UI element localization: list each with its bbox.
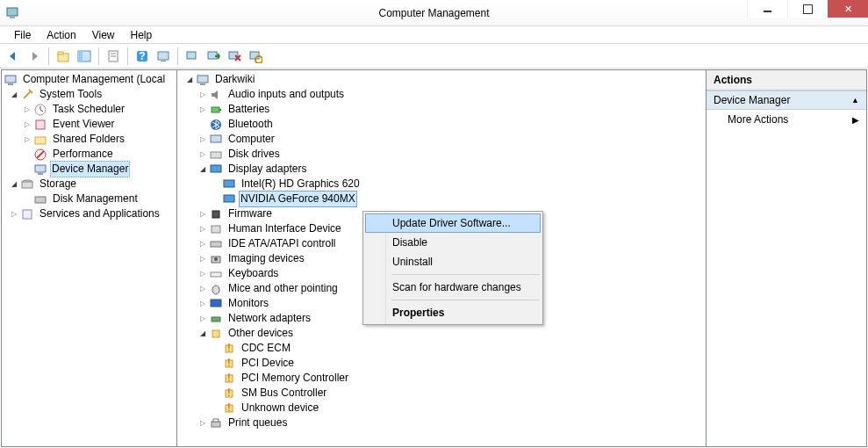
uninstall-button[interactable] — [225, 47, 244, 66]
expand-icon[interactable] — [7, 177, 20, 191]
printer-icon — [209, 416, 223, 430]
maximize-button[interactable] — [787, 0, 828, 18]
tree-device-manager[interactable]: Device Manager — [4, 162, 176, 177]
device-root[interactable]: Darkwiki — [179, 72, 706, 87]
menu-file[interactable]: File — [7, 27, 38, 43]
tree-system-tools[interactable]: System Tools — [4, 87, 176, 102]
expand-icon[interactable] — [196, 267, 209, 280]
tree-services-apps[interactable]: Services and Applications — [4, 206, 176, 221]
ctx-uninstall[interactable]: Uninstall — [365, 252, 541, 271]
ctx-update-driver[interactable]: Update Driver Software... — [365, 213, 541, 233]
ctx-scan[interactable]: Scan for hardware changes — [365, 278, 541, 297]
up-button[interactable] — [54, 47, 73, 66]
tree-task-scheduler[interactable]: Task Scheduler — [4, 102, 176, 117]
expand-icon[interactable] — [20, 103, 33, 116]
device-cdc-ecm[interactable]: !CDC ECM — [179, 341, 706, 356]
unknown-device-icon: ! — [222, 372, 236, 386]
cat-batteries[interactable]: Batteries — [179, 102, 706, 117]
ctx-label: Update Driver Software... — [392, 217, 511, 229]
expand-icon[interactable] — [7, 207, 20, 220]
display-icon — [222, 177, 236, 191]
show-hide-tree-button[interactable] — [75, 47, 94, 66]
svg-rect-47 — [211, 300, 221, 307]
device-pci-mem[interactable]: !PCI Memory Controller — [179, 371, 706, 386]
disable-button[interactable] — [246, 47, 265, 66]
tree-disk-mgmt[interactable]: Disk Management — [4, 191, 176, 206]
svg-rect-39 — [224, 195, 234, 202]
actions-section[interactable]: Device Manager ▲ — [707, 90, 866, 110]
menu-action[interactable]: Action — [39, 27, 82, 43]
device-sm-bus[interactable]: !SM Bus Controller — [179, 386, 706, 401]
expand-icon[interactable] — [196, 237, 209, 250]
close-button[interactable] — [828, 0, 868, 18]
computer-mgmt-icon — [4, 73, 18, 87]
tree-event-viewer[interactable]: Event Viewer — [4, 117, 176, 132]
app-icon — [5, 6, 19, 20]
expand-icon[interactable] — [20, 133, 33, 146]
cat-computer[interactable]: Computer — [179, 132, 706, 147]
tree-shared-folders[interactable]: Shared Folders — [4, 132, 176, 147]
tree-storage[interactable]: Storage — [4, 177, 176, 191]
svg-rect-11 — [158, 52, 169, 60]
svg-rect-40 — [212, 211, 219, 218]
expand-icon[interactable] — [20, 118, 33, 131]
device-label: Print queues — [226, 415, 290, 431]
title-bar: Computer Management — [0, 0, 868, 26]
expand-icon[interactable] — [196, 416, 209, 430]
device-intel-hd[interactable]: Intel(R) HD Graphics 620 — [179, 177, 706, 191]
tree-root[interactable]: Computer Management (Local — [4, 72, 176, 87]
back-button[interactable] — [4, 47, 23, 66]
svg-rect-5 — [78, 51, 82, 61]
svg-point-46 — [212, 285, 219, 294]
ctx-properties[interactable]: Properties — [365, 303, 541, 322]
expand-icon[interactable] — [196, 103, 209, 116]
actions-more[interactable]: More Actions ▶ — [707, 110, 866, 129]
minimize-button[interactable] — [747, 0, 787, 18]
cat-print-queues[interactable]: Print queues — [179, 415, 706, 430]
device-pci[interactable]: !PCI Device — [179, 356, 706, 371]
svg-rect-36 — [211, 152, 221, 158]
toolbar: ? — [0, 44, 868, 69]
expand-icon[interactable] — [183, 73, 196, 86]
expand-icon[interactable] — [196, 282, 209, 295]
ide-icon — [209, 237, 223, 251]
computer-icon — [196, 73, 210, 87]
expand-icon[interactable] — [196, 148, 209, 161]
unknown-device-icon: ! — [222, 357, 236, 371]
svg-rect-49 — [212, 330, 219, 337]
help-button[interactable]: ? — [133, 47, 152, 66]
expand-icon[interactable] — [196, 133, 209, 146]
cat-other[interactable]: Other devices — [179, 326, 706, 341]
cat-audio[interactable]: Audio inputs and outputs — [179, 87, 706, 102]
svg-text:!: ! — [227, 387, 230, 399]
scan-button[interactable] — [183, 47, 202, 66]
expand-icon[interactable] — [196, 207, 209, 220]
update-driver-button[interactable] — [204, 47, 223, 66]
expand-icon[interactable] — [196, 222, 209, 235]
refresh-button[interactable] — [154, 47, 173, 66]
expand-icon[interactable] — [196, 88, 209, 101]
cat-disk-drives[interactable]: Disk drives — [179, 147, 706, 162]
console-tree[interactable]: Computer Management (Local System Tools … — [2, 70, 176, 223]
expand-icon[interactable] — [196, 163, 209, 176]
expand-icon[interactable] — [196, 297, 209, 310]
svg-rect-24 — [35, 165, 46, 172]
svg-rect-0 — [7, 8, 18, 16]
expand-icon[interactable] — [196, 312, 209, 325]
menu-view[interactable]: View — [85, 27, 122, 43]
expand-icon[interactable] — [196, 252, 209, 265]
tree-performance[interactable]: Performance — [4, 147, 176, 162]
ctx-disable[interactable]: Disable — [365, 233, 541, 252]
device-unknown[interactable]: !Unknown device — [179, 401, 706, 415]
expand-icon[interactable] — [196, 327, 209, 340]
expand-icon[interactable] — [7, 88, 20, 101]
svg-rect-16 — [250, 52, 259, 59]
cat-display[interactable]: Display adapters — [179, 162, 706, 177]
menu-help[interactable]: Help — [124, 27, 160, 43]
context-menu: Update Driver Software... Disable Uninst… — [362, 211, 543, 325]
properties-button[interactable] — [104, 47, 123, 66]
svg-rect-45 — [211, 272, 221, 277]
device-nvidia[interactable]: NVIDIA GeForce 940MX — [179, 191, 706, 206]
forward-button[interactable] — [25, 47, 44, 66]
cat-bluetooth[interactable]: Bluetooth — [179, 117, 706, 132]
